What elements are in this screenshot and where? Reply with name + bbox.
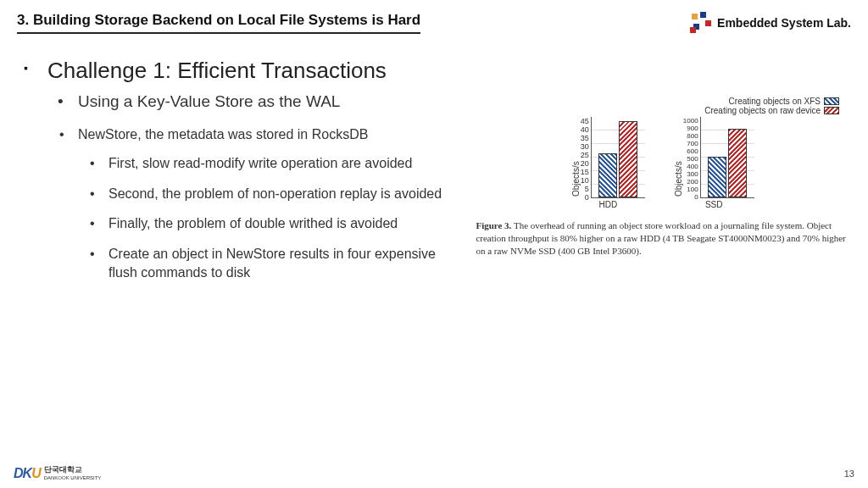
lab-name: Embedded System Lab. (717, 16, 851, 30)
bullet-level-2: Second, the problem of non-operation rep… (108, 185, 464, 203)
figure-caption: Figure 3. The overhead of running an obj… (474, 219, 851, 258)
bar-xfs (598, 153, 617, 197)
university-logo-icon: DKU (14, 466, 41, 481)
legend-label-xfs: Creating objects on XFS (729, 97, 821, 106)
bar-raw (728, 129, 747, 197)
caption-text: The overhead of running an object store … (476, 220, 845, 256)
section-title: 3. Building Storage Backend on Local Fil… (17, 12, 420, 34)
legend-swatch-raw-icon (824, 107, 839, 114)
university-branding: DKU 단국대학교 DANKOOK UNIVERSITY (14, 466, 101, 481)
y-ticks: 4540 3530 2520 1510 50 (581, 117, 591, 198)
legend-swatch-xfs-icon (824, 97, 839, 105)
challenge-heading: Challenge 1: Efficient Transactions (47, 58, 464, 84)
page-number: 13 (844, 469, 854, 479)
plot-area (591, 117, 645, 198)
figure-panel: Creating objects on XFS Creating objects… (464, 58, 851, 293)
legend-label-raw: Creating objects on raw device (704, 106, 821, 115)
chart-ssd: Objects/s 1000900 800700 600500 400300 2… (674, 117, 754, 209)
y-axis-label: Objects/s (674, 117, 683, 198)
bar-raw (619, 121, 637, 197)
text-content: Challenge 1: Efficient Transactions Usin… (47, 58, 464, 293)
chart-legend: Creating objects on XFS Creating objects… (474, 97, 839, 115)
bullet-level-2: First, slow read-modify write operation … (108, 154, 464, 173)
bar-xfs (708, 157, 726, 197)
plot-area (700, 117, 754, 198)
bullet-level-2: Create an object in NewStore results in … (108, 245, 464, 281)
university-name-ko: 단국대학교 (44, 465, 82, 474)
subheading: Using a Key-Value Store as the WAL (78, 92, 464, 111)
bullet-level-2: Finally, the problem of double writhed i… (108, 214, 464, 233)
x-axis-label: SSD (705, 200, 723, 209)
bullet-level-1: NewStore, the metadata was stored in Roc… (78, 126, 464, 142)
x-axis-label: HDD (598, 200, 617, 209)
university-name-en: DANKOOK UNIVERSITY (44, 475, 102, 480)
chart-hdd: Objects/s 4540 3530 2520 1510 50 HDD (571, 117, 645, 209)
lab-logo-icon (690, 12, 712, 34)
lab-branding: Embedded System Lab. (690, 12, 851, 34)
y-axis-label: Objects/s (571, 117, 581, 198)
caption-label: Figure 3. (476, 220, 511, 230)
y-ticks: 1000900 800700 600500 400300 200100 0 (683, 117, 700, 198)
